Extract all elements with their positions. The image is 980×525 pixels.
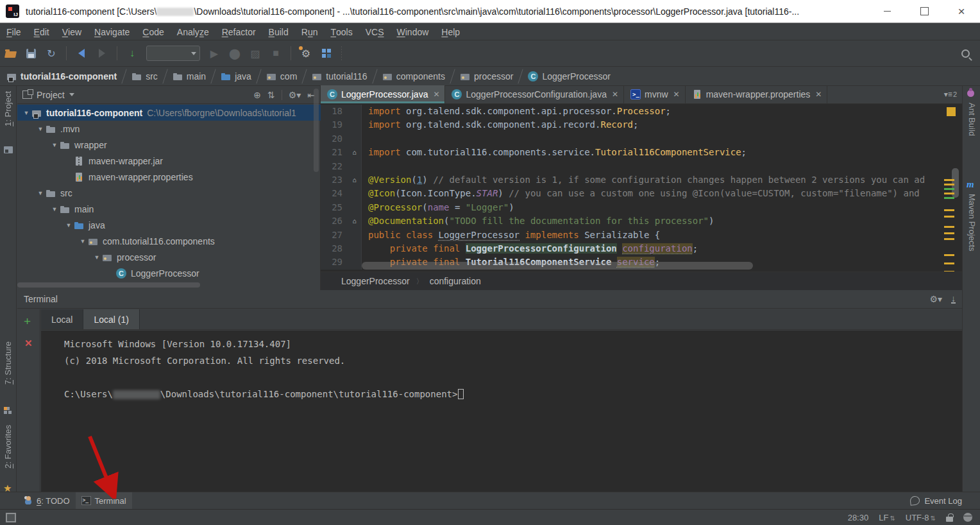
coverage-icon[interactable]: ▨ [247,45,264,62]
breadcrumb-item-LoggerProcessor[interactable]: LoggerProcessor [528,71,611,82]
menu-vcs[interactable]: VCS [359,24,391,40]
menu-tools[interactable]: Tools [324,24,359,40]
toolwindow-ant-build-button[interactable]: Ant Build [967,103,977,136]
minimize-button[interactable] [868,0,906,22]
stop-icon[interactable]: ■ [267,45,284,62]
toolwindow-structure-button[interactable]: 7: Structure [3,341,13,384]
menu-edit[interactable]: Edit [28,24,56,40]
project-structure-icon[interactable] [318,45,335,62]
expand-arrow-icon[interactable]: ▼ [92,254,102,261]
breadcrumb-item-main[interactable]: main [173,71,206,82]
menu-file[interactable]: File [0,24,28,40]
stripe-mark-warning[interactable] [944,193,954,194]
project-tree-vertical-scrollbar[interactable] [314,89,319,172]
back-icon[interactable] [73,45,90,62]
menu-code[interactable]: Code [136,24,170,40]
fold-marker-icon[interactable]: ⌂ [348,146,362,159]
editor-tab-maven-wrapper.properties[interactable]: maven-wrapper.properties✕ [686,85,828,103]
breadcrumb-item-components[interactable]: components [382,71,445,82]
breadcrumb-item-java[interactable]: java [221,71,251,82]
tree-row-processor[interactable]: ▼processor [17,249,321,265]
editor-tab-mvnw[interactable]: mvnw✕ [624,85,686,103]
breadcrumb-item-src[interactable]: src [131,71,158,82]
code-line-20[interactable]: 20 [321,132,962,146]
expand-arrow-icon[interactable]: ▼ [78,238,88,245]
code-line-22[interactable]: 22 [321,160,962,173]
stripe-mark-ok[interactable] [944,197,954,199]
lock-icon[interactable] [946,517,953,522]
code-line-24[interactable]: 24@Icon(Icon.IconType.STAR) // you can u… [321,187,962,200]
menu-window[interactable]: Window [391,24,435,40]
editor-tab-LoggerProcessorConfiguration.java[interactable]: LoggerProcessorConfiguration.java✕ [445,85,624,103]
terminal-settings-gear-icon[interactable]: ⚙▾ [929,294,942,304]
stripe-mark-warning[interactable] [944,179,954,181]
expand-arrow-icon[interactable]: ▼ [21,110,31,116]
stripe-mark-warning[interactable] [944,216,954,218]
menu-run[interactable]: Run [295,24,325,40]
line-number[interactable]: 19 [321,118,348,132]
line-ending-selector[interactable]: LF⇅ [879,513,895,522]
breadcrumb-item-tutorial116[interactable]: tutorial116 [312,71,367,82]
menu-help[interactable]: Help [435,24,466,40]
expand-arrow-icon[interactable]: ▼ [49,142,60,148]
update-project-icon[interactable]: ↓ [124,45,140,62]
project-tree-horizontal-scrollbar[interactable] [17,282,200,288]
locate-file-icon[interactable]: ⊕ [253,90,261,100]
search-everywhere-icon[interactable] [957,45,974,62]
stripe-mark-warning[interactable] [944,238,954,240]
terminal-prompt[interactable]: C:\Users\\Downloads\tutorial116-componen… [64,386,962,402]
toolwindow-maven-projects-button[interactable]: Maven Projects [967,194,977,252]
breadcrumb-item-com[interactable]: com [266,71,297,82]
editor-breadcrumb-LoggerProcessor[interactable]: LoggerProcessor [341,276,410,286]
tree-row-maven-wrapper.properties[interactable]: maven-wrapper.properties [17,169,321,185]
editor-tab-LoggerProcessor.java[interactable]: LoggerProcessor.java✕ [321,85,445,103]
debug-icon[interactable]: ⬤ [226,45,243,62]
expand-arrow-icon[interactable]: ▼ [35,126,46,132]
tree-row-.mvn[interactable]: ▼.mvn [17,121,321,137]
line-number[interactable]: 20 [321,132,348,146]
caret-position[interactable]: 28:30 [848,513,869,522]
menu-build[interactable]: Build [262,24,295,40]
event-log-button[interactable]: Event Log [924,496,962,506]
project-view-dropdown[interactable] [69,93,74,99]
stripe-mark-warning[interactable] [944,209,954,211]
code-line-25[interactable]: 25@Processor(name = "Logger") [321,201,962,214]
encoding-selector[interactable]: UTF-8⇅ [906,513,936,522]
terminal-dock-icon[interactable]: ↓ [951,295,956,304]
toolwindow-project-button[interactable]: 1: Project [3,91,13,126]
expand-arrow-icon[interactable]: ▼ [63,222,74,228]
code-line-23[interactable]: 23⌂@Version(1) // default version is 1, … [321,173,962,187]
expand-arrow-icon[interactable]: ▼ [35,190,46,196]
stripe-mark-ok[interactable] [944,188,954,190]
fold-marker-icon[interactable]: ⌂ [348,214,362,228]
line-number[interactable]: 27 [321,228,348,242]
new-session-icon[interactable]: + [24,314,31,329]
line-number[interactable]: 23 [321,173,348,187]
stripe-mark-warning[interactable] [944,262,954,264]
tree-row-maven-wrapper.jar[interactable]: maven-wrapper.jar [17,153,321,169]
menu-view[interactable]: View [56,24,88,40]
line-number[interactable]: 18 [321,105,348,118]
code-line-29[interactable]: 29 private final Tutorial116ComponentSer… [321,255,962,269]
terminal-tab-Local (1)[interactable]: Local (1) [83,309,139,329]
save-all-icon[interactable] [22,45,39,62]
tab-close-icon[interactable]: ✕ [673,90,680,99]
toolwindow-toggle-icon[interactable] [6,513,16,522]
fold-marker-icon[interactable]: ⌂ [348,173,362,187]
editor-breadcrumb-configuration[interactable]: configuration [430,276,481,286]
tree-row-main[interactable]: ▼main [17,201,321,217]
inspection-profile-icon[interactable] [963,513,972,522]
tree-row-java[interactable]: ▼java [17,217,321,233]
code-line-18[interactable]: 18import org.talend.sdk.component.api.pr… [321,105,962,118]
line-number[interactable]: 21 [321,146,348,159]
editor-hscrollbar-thumb[interactable] [362,262,753,270]
tab-list-dropdown-icon[interactable]: ▾≡2 [944,90,957,99]
settings-wrench-icon[interactable]: ⚙ [298,45,314,62]
project-settings-gear-icon[interactable]: ⚙▾ [289,90,301,100]
open-file-icon[interactable] [2,45,19,62]
terminal-output[interactable]: Microsoft Windows [Version 10.0.17134.40… [41,331,962,492]
inspection-status-square[interactable] [947,107,956,116]
close-button[interactable]: × [943,0,980,22]
collapse-all-icon[interactable]: ⇅ [267,90,275,100]
stripe-mark-warning[interactable] [944,254,954,256]
